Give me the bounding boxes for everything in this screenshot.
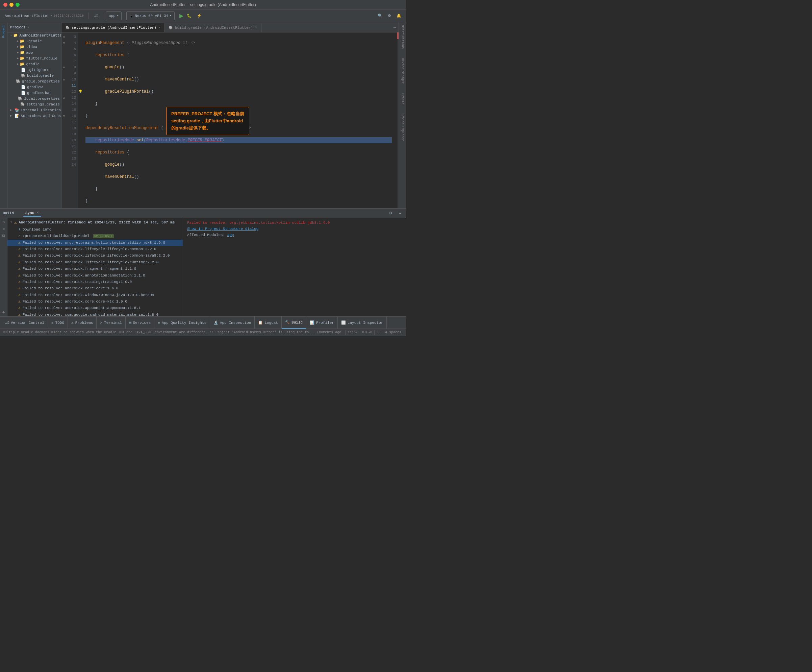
collapse-icon[interactable]: ⊟ [2, 233, 5, 238]
sidebar-item-gradle[interactable]: ▶ 📂 .gradle [7, 38, 61, 44]
sidebar-item-root[interactable]: ▾ 📁 AndroidInsertFlutter ~/Documents/and… [7, 32, 61, 38]
sidebar-item-flutter-module[interactable]: ▶ 📂 flutter_module [7, 55, 61, 61]
services-label: Services [133, 321, 151, 325]
search-everywhere-button[interactable]: 🔍 [375, 13, 384, 19]
chevron-right-icon-2: ▶ [17, 45, 19, 49]
layout-inspector-icon: ⬜ [341, 320, 346, 325]
build-item-tracing[interactable]: ⚠ Failed to resolve: androidx.tracing:tr… [7, 279, 183, 285]
bottom-tab-problems[interactable]: ⚠ Problems [68, 317, 97, 329]
status-encoding[interactable]: UTF-8 [360, 331, 374, 334]
sidebar-item-label-build-gradle: build.gradle [27, 74, 54, 78]
project-name[interactable]: AndroidInsertFlutter › settings.gradle [3, 13, 86, 19]
sidebar-item-idea[interactable]: ▶ 📂 .idea [7, 44, 61, 50]
device-dropdown-label: Nexus 6P API 34 [135, 14, 168, 18]
debug-button[interactable]: 🐛 [185, 13, 194, 19]
bottom-tab-app-inspection[interactable]: 🔬 App Inspection [210, 317, 255, 329]
notifications-strip[interactable]: Notifications [401, 25, 404, 49]
sidebar-item-settings-gradle[interactable]: 🐘 settings.gradle [7, 101, 61, 107]
build-item-core-ktx[interactable]: ⚠ Failed to resolve: androidx.core:core-… [7, 299, 183, 305]
status-indent[interactable]: 4 spaces [383, 331, 403, 334]
settings-button[interactable]: ⚙ [386, 13, 393, 19]
build-settings-button[interactable]: ⚙ [387, 210, 394, 216]
structure-icon[interactable]: ≡ [2, 227, 5, 232]
sync-tab-close[interactable]: × [36, 210, 39, 215]
bottom-tab-logcat[interactable]: 📋 Logcat [255, 317, 282, 329]
chevron-right-icon-scratch: ▶ [10, 114, 12, 118]
build-item-prepare[interactable]: ✓ :prepareKotlinBuildScriptModel UP-TO-D… [7, 233, 183, 239]
right-scroll-indicator [394, 32, 399, 208]
filter-icon[interactable]: ⊙ [2, 310, 5, 315]
compat-item-label: Failed to resolve: androidx.appcompat:ap… [23, 306, 141, 311]
code-line-3: pluginManagement { PluginManagementSpec … [85, 40, 392, 46]
device-explorer-strip[interactable]: Device Explorer [401, 114, 404, 141]
maximize-button[interactable] [15, 3, 20, 7]
sidebar-item-gitignore[interactable]: 📄 .gitignore [7, 67, 61, 73]
bottom-tab-terminal[interactable]: > Terminal [97, 317, 125, 329]
sync-icon[interactable]: ↻ [2, 219, 5, 224]
tab-settings-gradle[interactable]: 🐘 settings.gradle (AndroidInsertFlutter)… [61, 23, 165, 32]
sidebar-item-local-props[interactable]: 🐘 local.properties [7, 96, 61, 101]
status-line-col[interactable]: 11:57 [346, 331, 360, 334]
bottom-tab-build[interactable]: 🔨 Build [282, 317, 306, 329]
bottom-tab-layout-inspector[interactable]: ⬜ Layout Inspector [338, 317, 387, 329]
device-icon: 📱 [130, 14, 133, 18]
notifications-button[interactable]: 🔔 [394, 13, 403, 19]
more-tabs-button[interactable]: ⋯ [391, 23, 399, 32]
minimize-button[interactable] [9, 3, 14, 7]
sidebar-item-gradlew-bat[interactable]: 📄 gradlew.bat [7, 90, 61, 96]
sidebar-item-app[interactable]: ▶ 📁 app [7, 50, 61, 55]
build-item-material[interactable]: ⚠ Failed to resolve: com.google.android.… [7, 312, 183, 316]
build-item-download[interactable]: ⬇ Download info [7, 226, 183, 233]
tab-close-build[interactable]: × [255, 26, 257, 30]
sidebar-item-build-gradle[interactable]: 🐘 build.gradle [7, 73, 61, 79]
build-item-window[interactable]: ⚠ Failed to resolve: androidx.window:win… [7, 292, 183, 299]
build-content: ↻ ≡ ⊟ ⊙ ▾ ⚠ AndroidInsertFlutter: finish… [0, 218, 406, 316]
build-item-lifecycle-runtime[interactable]: ⚠ Failed to resolve: androidx.lifecycle:… [7, 259, 183, 266]
profile-button[interactable]: ⚡ [195, 13, 204, 19]
affected-module-link[interactable]: app [227, 233, 234, 237]
run-button[interactable]: ▶ [179, 12, 183, 19]
build-tree[interactable]: ▾ ⚠ AndroidInsertFlutter: finished At 20… [7, 218, 183, 316]
build-item-lifecycle-common[interactable]: ⚠ Failed to resolve: androidx.lifecycle:… [7, 246, 183, 253]
win-item-label: Failed to resolve: androidx.window:windo… [23, 293, 154, 298]
build-tab-sync[interactable]: Sync × [23, 210, 41, 217]
build-item-kotlin-selected[interactable]: ⚠ Failed to resolve: org.jetbrains.kotli… [7, 239, 183, 246]
affected-modules-row: Affected Modules: app [187, 233, 402, 237]
app-dropdown[interactable]: app ▾ [106, 12, 121, 20]
toolbar-separator [89, 12, 89, 19]
bottom-tab-app-quality[interactable]: ◈ App Quality Insights [154, 317, 210, 329]
ktx-item-label: Failed to resolve: androidx.core:core-kt… [23, 299, 127, 304]
bottom-tab-todo[interactable]: ≡ TODO [48, 317, 68, 329]
sidebar-item-gradlew[interactable]: 📄 gradlew [7, 84, 61, 90]
bottom-tab-services[interactable]: ▤ Services [126, 317, 154, 329]
build-main-item[interactable]: ▾ ⚠ AndroidInsertFlutter: finished At 20… [7, 219, 183, 226]
status-line-sep[interactable]: LF [375, 331, 383, 334]
sidebar-item-gradle-props[interactable]: 🐘 gradle.properties [7, 79, 61, 84]
tab-close-settings[interactable]: × [159, 26, 160, 30]
tab-build-gradle[interactable]: 🐘 build.gradle (AndroidInsertFlutter) × [165, 23, 261, 32]
build-item-appcompat[interactable]: ⚠ Failed to resolve: androidx.appcompat:… [7, 305, 183, 311]
bottom-tab-version-control[interactable]: ⎇ Version Control [1, 317, 48, 329]
build-item-core[interactable]: ⚠ Failed to resolve: androidx.core:core:… [7, 285, 183, 292]
git-button[interactable]: ⎇ [92, 13, 100, 19]
window-controls[interactable] [3, 3, 20, 7]
code-editor[interactable]: ⊟ ⊟ ⊟ ⊟ ⊟ ⊟ 3 [61, 32, 399, 208]
build-item-lifecycle-java8[interactable]: ⚠ Failed to resolve: androidx.lifecycle:… [7, 253, 183, 259]
project-icon[interactable]: Project [2, 25, 5, 38]
sidebar-item-scratches[interactable]: ▶ 📝 Scratches and Consoles [7, 113, 61, 119]
build-minimize-button[interactable]: − [397, 210, 403, 216]
build-left-strip: ↻ ≡ ⊟ ⊙ ▾ ⚠ AndroidInsertFlutter: finish… [0, 218, 183, 316]
device-manager-strip[interactable]: Device Manager [401, 58, 404, 84]
sidebar-item-external-libraries[interactable]: ▶ 📚 External Libraries [7, 107, 61, 113]
gradle-strip[interactable]: Gradle [401, 93, 404, 104]
file-icon-gitignore: 📄 [21, 68, 26, 72]
sidebar-item-label-gradlew: gradlew [27, 85, 43, 89]
sidebar-item-gradle-folder[interactable]: ▶ 📂 gradle [7, 61, 61, 67]
build-item-annotation[interactable]: ⚠ Failed to resolve: androidx.annotation… [7, 272, 183, 279]
device-dropdown[interactable]: 📱 Nexus 6P API 34 ▾ [126, 12, 174, 20]
project-structure-link[interactable]: Show in Project Structure dialog [187, 227, 402, 231]
build-item-fragment[interactable]: ⚠ Failed to resolve: androidx.fragment:f… [7, 266, 183, 272]
folder-icon-gradle: 📂 [20, 39, 25, 43]
bottom-tab-profiler[interactable]: 📊 Profiler [306, 317, 338, 329]
close-button[interactable] [3, 3, 7, 7]
